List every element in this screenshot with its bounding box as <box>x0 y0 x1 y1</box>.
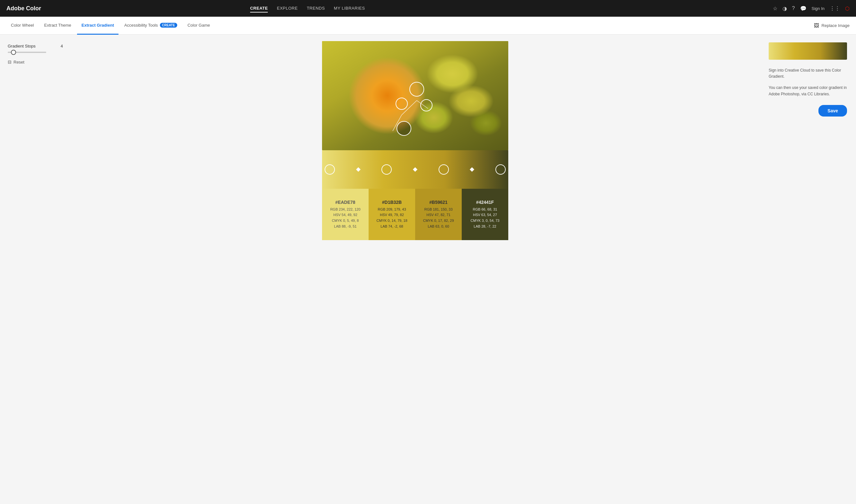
swatch-4[interactable]: #42441F RGB 66, 68, 31 HSV 63, 54, 27 CM… <box>462 189 508 240</box>
swatch-2-hex: #D1B32B <box>382 200 402 205</box>
brand-name: Adobe Color <box>6 5 41 12</box>
tab-color-wheel[interactable]: Color Wheel <box>6 17 38 35</box>
main-layout: Gradient Stops 4 ⊟ Reset <box>0 35 856 504</box>
nav-explore[interactable]: EXPLORE <box>277 4 298 13</box>
use-text: You can then use your saved color gradie… <box>769 85 847 97</box>
swatches-row: #EADE78 RGB 234, 222, 120 HSV 54, 49, 92… <box>322 189 508 240</box>
image-icon: 🖼 <box>814 23 819 29</box>
stop-circle-2[interactable] <box>381 164 392 175</box>
signin-text: Sign into Creative Cloud to save this Co… <box>769 67 847 79</box>
swatch-1[interactable]: #EADE78 RGB 234, 222, 120 HSV 54, 49, 92… <box>322 189 369 240</box>
stop-circle-1[interactable] <box>325 164 335 175</box>
stop-diamond-2[interactable] <box>413 167 417 172</box>
svg-point-5 <box>421 100 432 111</box>
star-icon[interactable]: ☆ <box>773 5 777 12</box>
swatch-2[interactable]: #D1B32B RGB 209, 179, 43 HSV 49, 79, 82 … <box>369 189 415 240</box>
center-content: #EADE78 RGB 234, 222, 120 HSV 54, 49, 92… <box>71 35 760 504</box>
gradient-stops-control: Gradient Stops 4 <box>8 44 63 53</box>
apps-icon[interactable]: ⋮⋮ <box>830 5 840 12</box>
svg-line-2 <box>417 101 428 108</box>
swatch-2-info: RGB 209, 179, 43 HSV 49, 79, 82 CMYK 0, … <box>377 207 408 229</box>
tab-extract-theme[interactable]: Extract Theme <box>40 17 76 35</box>
tab-extract-gradient[interactable]: Extract Gradient <box>77 17 119 35</box>
svg-point-6 <box>397 121 411 136</box>
sidebar: Gradient Stops 4 ⊟ Reset <box>0 35 71 504</box>
nav-trends[interactable]: TRENDS <box>307 4 325 13</box>
chat-icon[interactable]: 💬 <box>800 5 806 12</box>
gradient-stops-value: 4 <box>61 44 63 49</box>
swatch-3-hex: #B59621 <box>429 200 448 205</box>
nav-libraries[interactable]: MY LIBRARIES <box>334 4 365 13</box>
gradient-overlay <box>322 41 508 150</box>
tab-color-game[interactable]: Color Game <box>183 17 214 35</box>
gradient-bar-container <box>322 150 508 189</box>
tab-accessibility-tools[interactable]: Accessibility Tools CREATE <box>120 17 182 35</box>
slider-thumb[interactable] <box>11 50 16 55</box>
image-area[interactable] <box>322 41 508 150</box>
svg-point-3 <box>410 82 424 96</box>
moon-icon[interactable]: ◑ <box>783 5 787 12</box>
gradient-stops-label: Gradient Stops <box>8 44 36 49</box>
gradient-stops-slider[interactable] <box>8 52 46 53</box>
top-navigation: Adobe Color CREATE EXPLORE TRENDS MY LIB… <box>0 0 856 17</box>
help-icon[interactable]: ? <box>792 5 795 11</box>
topnav-right: ☆ ◑ ? 💬 Sign In ⋮⋮ ⬡ <box>773 5 850 12</box>
save-button[interactable]: Save <box>818 105 847 116</box>
adobe-icon[interactable]: ⬡ <box>845 5 850 12</box>
tab-navigation: Color Wheel Extract Theme Extract Gradie… <box>0 17 856 35</box>
gradient-preview <box>769 42 847 60</box>
swatch-3[interactable]: #B59621 RGB 181, 150, 33 HSV 47, 82, 71 … <box>415 189 462 240</box>
swatch-4-hex: #42441F <box>476 200 494 205</box>
svg-line-0 <box>402 101 417 115</box>
gradient-stop-row <box>322 164 508 175</box>
swatch-3-info: RGB 181, 150, 33 HSV 47, 82, 71 CMYK 0, … <box>423 207 454 229</box>
right-panel: Sign into Creative Cloud to save this Co… <box>760 35 856 504</box>
signin-link[interactable]: Sign In <box>812 6 824 11</box>
svg-point-4 <box>396 98 408 109</box>
nav-create[interactable]: CREATE <box>250 4 268 13</box>
swatch-1-info: RGB 234, 222, 120 HSV 54, 49, 92 CMYK 0,… <box>330 207 360 229</box>
swatch-4-info: RGB 66, 68, 31 HSV 63, 54, 27 CMYK 3, 0,… <box>471 207 500 229</box>
new-badge: CREATE <box>160 23 177 28</box>
reset-button[interactable]: ⊟ Reset <box>8 59 63 65</box>
swatch-1-hex: #EADE78 <box>335 200 355 205</box>
gradient-bar[interactable] <box>322 150 508 189</box>
nav-links: CREATE EXPLORE TRENDS MY LIBRARIES <box>250 4 365 13</box>
stop-circle-3[interactable] <box>439 164 449 175</box>
replace-image-button[interactable]: 🖼 Replace Image <box>814 23 850 29</box>
reset-icon: ⊟ <box>8 59 12 65</box>
stop-diamond-3[interactable] <box>470 167 474 172</box>
stop-diamond-1[interactable] <box>356 167 361 172</box>
stop-circle-4[interactable] <box>495 164 506 175</box>
gradient-line-svg <box>322 41 508 150</box>
